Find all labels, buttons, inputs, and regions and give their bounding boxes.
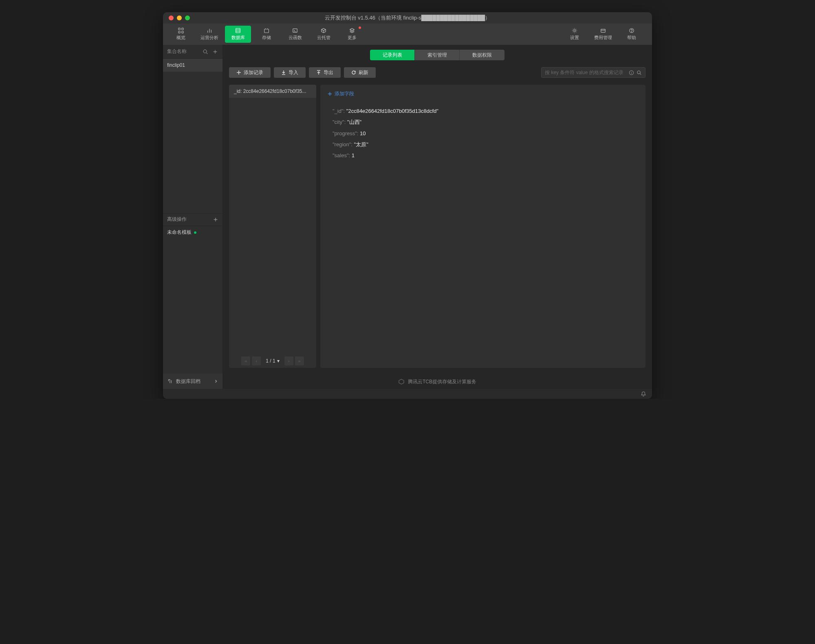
svg-rect-13	[293, 29, 297, 33]
json-field[interactable]: "sales": 1	[333, 150, 638, 161]
add-field-button[interactable]: 添加字段	[328, 90, 638, 97]
action-bar: 添加记录 导入 导出 刷新	[222, 65, 652, 80]
json-field[interactable]: "region": "太原"	[333, 139, 638, 150]
svg-rect-10	[264, 29, 269, 33]
upload-icon	[316, 70, 321, 75]
svg-rect-7	[236, 29, 240, 33]
export-button[interactable]: 导出	[309, 67, 341, 78]
search-input[interactable]	[545, 70, 626, 75]
bell-icon[interactable]	[641, 391, 646, 397]
tab-database[interactable]: 数据库	[225, 26, 251, 43]
svg-rect-17	[601, 29, 606, 33]
search-icon[interactable]	[202, 48, 209, 55]
layers-icon	[348, 28, 356, 33]
footer: 腾讯云TCB提供存储及计算服务	[222, 374, 652, 389]
search-icon[interactable]	[637, 70, 642, 75]
record-list-pane: _id: 2cc84e26642fd18c07b0f35... « ‹ 1 / …	[229, 85, 316, 368]
tab-more[interactable]: 更多	[339, 26, 365, 43]
tab-permissions[interactable]: 数据权限	[460, 50, 504, 60]
chart-icon	[206, 28, 213, 33]
minimize-window-button[interactable]	[177, 15, 182, 20]
tab-indexes[interactable]: 索引管理	[415, 50, 460, 60]
status-bar	[163, 389, 652, 399]
maximize-window-button[interactable]	[185, 15, 190, 20]
app-window: 云开发控制台 v1.5.46（当前环境 finclip-s███████████…	[163, 12, 652, 399]
db-rollback-button[interactable]: 数据库回档	[163, 374, 222, 389]
grid-icon	[177, 28, 185, 33]
page-prev-button[interactable]: ‹	[252, 356, 261, 365]
hosting-icon	[320, 28, 327, 33]
tab-functions[interactable]: 云函数	[282, 26, 308, 43]
window-title: 云开发控制台 v1.5.46（当前环境 finclip-s███████████…	[163, 14, 652, 22]
json-field[interactable]: "city": "山西"	[333, 116, 638, 127]
dropdown-icon: ▾	[277, 358, 280, 364]
gear-icon	[571, 28, 578, 33]
page-last-button[interactable]: »	[295, 356, 304, 365]
plus-icon[interactable]	[213, 217, 218, 222]
page-next-button[interactable]: ›	[284, 356, 293, 365]
plus-icon[interactable]	[212, 48, 218, 55]
collection-item[interactable]: finclip01	[163, 59, 222, 72]
main-toolbar: 概览 运营分析 数据库 存储 云函数 云托管 更多 设	[163, 24, 652, 45]
tab-help[interactable]: 帮助	[619, 26, 645, 43]
titlebar: 云开发控制台 v1.5.46（当前环境 finclip-s███████████…	[163, 12, 652, 24]
storage-icon	[263, 28, 270, 33]
add-record-button[interactable]: 添加记录	[229, 67, 271, 78]
tab-billing[interactable]: 费用管理	[590, 26, 616, 43]
main-content: 记录列表 索引管理 数据权限 添加记录 导入 导出	[222, 45, 652, 389]
record-detail-pane: 添加字段 "_id": "2cc84e26642fd18c07b0f35d13c…	[320, 85, 645, 368]
status-dot-icon	[194, 231, 196, 234]
refresh-button[interactable]: 刷新	[344, 67, 376, 78]
info-icon[interactable]	[629, 70, 634, 75]
tab-storage[interactable]: 存储	[253, 26, 280, 43]
tab-overview[interactable]: 概览	[168, 26, 194, 43]
refresh-icon	[351, 70, 356, 75]
tab-hosting[interactable]: 云托管	[311, 26, 337, 43]
chevron-right-icon	[214, 379, 218, 384]
segment-control: 记录列表 索引管理 数据权限	[370, 50, 504, 60]
search-box[interactable]	[541, 67, 645, 78]
help-icon	[628, 28, 635, 33]
page-first-button[interactable]: «	[241, 356, 250, 365]
tab-records[interactable]: 记录列表	[370, 50, 415, 60]
svg-rect-2	[178, 31, 180, 33]
template-item[interactable]: 未命名模板	[163, 226, 222, 239]
collections-header: 集合名称	[163, 45, 222, 59]
json-viewer: "_id": "2cc84e26642fd18c07b0f35d13c8dcfd…	[328, 106, 638, 161]
json-field[interactable]: "_id": "2cc84e26642fd18c07b0f35d13c8dcfd…	[333, 106, 638, 116]
page-info[interactable]: 1 / 1 ▾	[262, 358, 282, 364]
plus-icon	[236, 70, 241, 75]
cloud-logo-icon	[398, 378, 405, 385]
svg-point-16	[574, 30, 575, 31]
svg-rect-3	[182, 31, 183, 33]
svg-rect-1	[182, 28, 183, 30]
svg-point-20	[631, 32, 632, 32]
svg-line-22	[207, 53, 208, 54]
svg-point-21	[203, 50, 207, 53]
json-field[interactable]: "progress": 10	[333, 128, 638, 139]
pagination: « ‹ 1 / 1 ▾ › »	[229, 354, 316, 368]
tab-analytics[interactable]: 运营分析	[196, 26, 222, 43]
advanced-section-header: 高级操作	[163, 213, 222, 226]
download-icon	[281, 70, 286, 75]
tab-settings[interactable]: 设置	[562, 26, 588, 43]
notification-dot	[359, 26, 361, 29]
sidebar: 集合名称 finclip01 高级操作 未命名模板 数据库回档	[163, 45, 222, 389]
traffic-lights	[163, 15, 190, 20]
database-icon	[234, 28, 242, 33]
svg-point-32	[637, 70, 640, 73]
billing-icon	[599, 28, 607, 33]
rollback-icon	[167, 378, 173, 384]
record-list-item[interactable]: _id: 2cc84e26642fd18c07b0f35...	[229, 85, 316, 98]
functions-icon	[291, 28, 299, 33]
svg-line-33	[640, 73, 641, 74]
plus-icon	[328, 92, 332, 96]
svg-rect-0	[178, 28, 180, 30]
close-window-button[interactable]	[169, 15, 174, 20]
import-button[interactable]: 导入	[274, 67, 306, 78]
